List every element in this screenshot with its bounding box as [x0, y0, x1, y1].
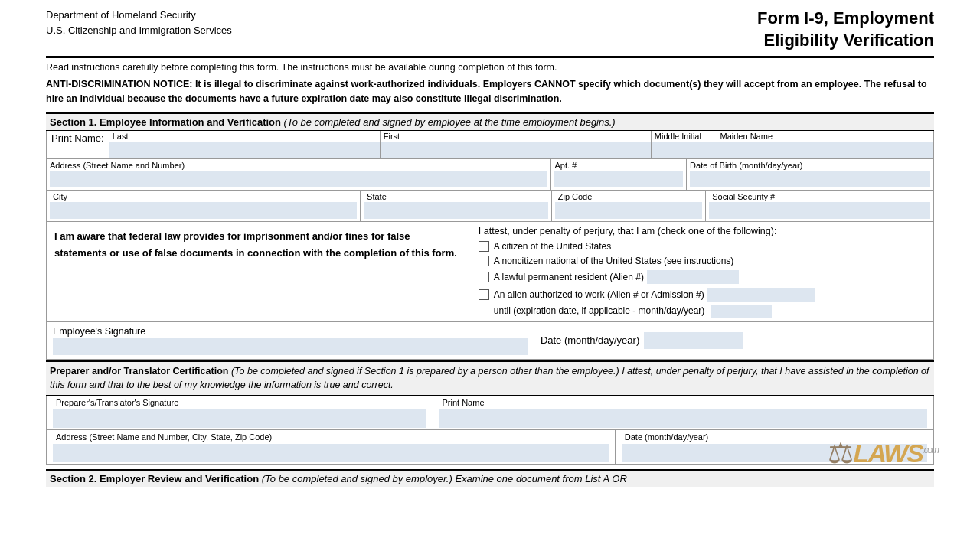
zip-label: Zip Code	[555, 191, 703, 202]
preparer-name-input[interactable]	[439, 409, 928, 428]
permanent-resident-label: A lawful permanent resident (Alien #)	[494, 272, 644, 282]
sub-agency-name: U.S. Citizenship and Immigration Service…	[46, 23, 232, 38]
preparer-address-label: Address (Street Name and Number, City, S…	[53, 432, 609, 442]
city-state-zip-row: City State Zip Code Social Security #	[47, 191, 933, 222]
agency-info: Department of Homeland Security U.S. Cit…	[46, 8, 232, 37]
preparer-address-input[interactable]	[53, 444, 609, 462]
preparer-name-field: Print Name	[433, 396, 934, 429]
zip-input[interactable]	[555, 202, 703, 219]
apt-input[interactable]	[554, 171, 683, 187]
section2-subtitle: (To be completed and signed by employer.…	[262, 473, 627, 484]
ssn-label: Social Security #	[709, 191, 930, 202]
last-name-input[interactable]	[109, 142, 380, 158]
state-field: State	[360, 191, 551, 221]
alien-number-input[interactable]	[647, 270, 739, 284]
citizen-label: A citizen of the United States	[494, 241, 611, 252]
preparer-title: Preparer and/or Translator Certification	[50, 366, 228, 377]
preparer-address-field: Address (Street Name and Number, City, S…	[47, 430, 615, 464]
attest-options: I attest, under penalty of perjury, that…	[472, 222, 933, 321]
noncitizen-checkbox[interactable]	[479, 256, 489, 266]
agency-name: Department of Homeland Security	[46, 8, 232, 23]
noncitizen-option: A noncitizen national of the United Stat…	[479, 256, 927, 266]
city-input[interactable]	[50, 202, 357, 219]
until-label: until (expiration date, if applicable - …	[494, 305, 704, 316]
maiden-name-input[interactable]	[717, 142, 933, 158]
read-instructions: Read instructions carefully before compl…	[46, 62, 934, 73]
header-divider	[46, 56, 934, 58]
date-area: Date (month/day/year)	[534, 328, 933, 353]
first-label: First	[381, 131, 651, 142]
dob-field: Date of Birth (month/day/year)	[686, 159, 933, 190]
city-label: City	[50, 191, 357, 202]
section1-form: Print Name: Last First Middle Initial Ma…	[46, 131, 934, 360]
preparer-date-field: Date (month/day/year) ⚖ LAWS.com	[615, 430, 933, 464]
preparer-sig-row: Preparer's/Translator's Signature Print …	[47, 396, 933, 430]
city-field: City	[47, 191, 360, 221]
last-label: Last	[109, 131, 380, 142]
permanent-resident-checkbox[interactable]	[479, 272, 489, 282]
attestation-row: I am aware that federal law provides for…	[47, 222, 933, 322]
employee-sig-input[interactable]	[53, 338, 528, 355]
preparer-sig-field: Preparer's/Translator's Signature	[47, 396, 433, 429]
middle-initial-field: Middle Initial	[651, 131, 717, 158]
preparer-sig-label: Preparer's/Translator's Signature	[53, 397, 426, 408]
until-date-input[interactable]	[710, 305, 772, 318]
address-label: Address (Street Name and Number)	[50, 160, 547, 171]
maiden-name-label: Maiden Name	[717, 131, 933, 142]
section1-title: Section 1. Employee Information and Veri…	[50, 116, 281, 128]
alien-authorized-label: An alien authorized to work (Alien # or …	[494, 289, 704, 300]
date-label: Date (month/day/year)	[541, 334, 639, 346]
ssn-input[interactable]	[709, 202, 930, 219]
alien-authorized-checkbox[interactable]	[479, 289, 489, 300]
zip-field: Zip Code	[551, 191, 706, 221]
state-input[interactable]	[364, 202, 548, 219]
street-address-field: Address (Street Name and Number)	[47, 159, 550, 190]
dob-label: Date of Birth (month/day/year)	[690, 160, 930, 171]
attest-title: I attest, under penalty of perjury, that…	[479, 226, 927, 236]
employee-signature-row: Employee's Signature Date (month/day/yea…	[47, 322, 933, 360]
apt-label: Apt. #	[554, 160, 683, 171]
header: Department of Homeland Security U.S. Cit…	[46, 8, 934, 51]
preparer-name-label: Print Name	[439, 397, 928, 408]
alien-authorized-option: An alien authorized to work (Alien # or …	[479, 288, 927, 302]
form-title-block: Form I-9, Employment Eligibility Verific…	[757, 8, 934, 51]
section2-header: Section 2. Employer Review and Verificat…	[46, 469, 934, 487]
apt-field: Apt. #	[550, 159, 686, 190]
alien-admission-input[interactable]	[707, 288, 815, 302]
watermark: ⚖ LAWS.com	[828, 436, 938, 470]
watermark-icon: ⚖	[828, 436, 854, 470]
section1-header: Section 1. Employee Information and Veri…	[46, 112, 934, 131]
form-subtitle: Eligibility Verification	[757, 30, 934, 52]
address-row: Address (Street Name and Number) Apt. # …	[47, 159, 933, 191]
attest-paragraph: I am aware that federal law provides for…	[47, 222, 472, 321]
citizen-checkbox[interactable]	[479, 241, 489, 252]
address-input[interactable]	[50, 171, 547, 187]
employee-sig-label: Employee's Signature	[53, 326, 528, 337]
until-line: until (expiration date, if applicable - …	[479, 305, 927, 318]
maiden-name-field: Maiden Name	[717, 131, 933, 158]
watermark-text: LAWS.com	[854, 439, 938, 468]
last-name-field: Last	[109, 131, 380, 158]
watermark-com: .com	[923, 443, 938, 455]
section2-title: Section 2. Employer Review and Verificat…	[50, 473, 259, 484]
preparer-header: Preparer and/or Translator Certification…	[46, 360, 934, 396]
dob-input[interactable]	[690, 171, 930, 187]
employee-date-input[interactable]	[644, 332, 743, 349]
noncitizen-label: A noncitizen national of the United Stat…	[494, 256, 734, 266]
middle-initial-label: Middle Initial	[652, 131, 717, 142]
anti-discrimination-notice: ANTI-DISCRIMINATION NOTICE: It is illega…	[46, 77, 934, 106]
first-name-field: First	[380, 131, 651, 158]
first-name-input[interactable]	[381, 142, 651, 158]
permanent-resident-option: A lawful permanent resident (Alien #)	[479, 270, 927, 284]
citizen-option: A citizen of the United States	[479, 241, 927, 252]
name-row: Print Name: Last First Middle Initial Ma…	[47, 131, 933, 159]
state-label: State	[364, 191, 548, 202]
print-name-label: Print Name:	[47, 131, 109, 158]
form-title: Form I-9, Employment	[757, 8, 934, 30]
middle-initial-input[interactable]	[652, 142, 717, 158]
section1-subtitle: (To be completed and signed by employee …	[284, 116, 616, 128]
employee-sig-area: Employee's Signature	[47, 322, 534, 359]
ssn-field: Social Security #	[705, 191, 933, 221]
preparer-sig-input[interactable]	[53, 409, 426, 428]
preparer-section: Preparer's/Translator's Signature Print …	[46, 396, 934, 465]
